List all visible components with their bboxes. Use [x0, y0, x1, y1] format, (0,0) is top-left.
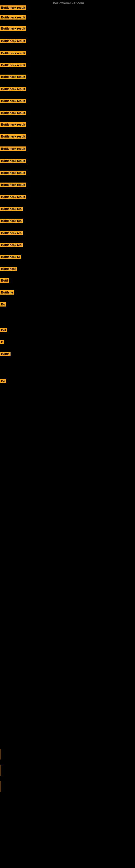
bottleneck-result-badge: Bottleneck result	[0, 134, 26, 138]
vertical-indicator-line	[1, 781, 1, 792]
bottleneck-result-badge: Bottleneck result	[0, 26, 26, 31]
bottleneck-result-badge: Bottleneck result	[0, 183, 26, 187]
bottleneck-result-badge: Bo	[0, 379, 6, 383]
site-title: TheBottlenecker.com	[0, 1, 135, 5]
vertical-indicator-line	[1, 765, 1, 776]
bottleneck-result-badge: Bot	[0, 328, 7, 332]
bottleneck-result-badge: Bottleneck result	[0, 15, 26, 20]
bottleneck-result-badge: Bottle	[0, 352, 10, 356]
bottleneck-result-badge: Bottleneck result	[0, 159, 26, 163]
bottleneck-result-badge: Bottleneck	[0, 267, 17, 271]
bottleneck-result-badge: B	[0, 340, 4, 344]
bottleneck-result-badge: Bottleneck result	[0, 51, 26, 55]
bottleneck-result-badge: Bottl	[0, 278, 9, 283]
vertical-indicator-line	[1, 749, 1, 760]
bottleneck-result-badge: Bottleneck res	[0, 231, 23, 235]
bottleneck-result-badge: Bottleneck res	[0, 219, 23, 223]
bottleneck-result-badge: Bottleneck result	[0, 87, 26, 91]
bottleneck-result-badge: Bottleneck result	[0, 74, 26, 79]
bottleneck-result-badge: Bo	[0, 302, 6, 307]
bottleneck-result-badge: Bottlene	[0, 290, 14, 294]
bottleneck-result-badge: Bottleneck result	[0, 195, 26, 199]
bottleneck-result-badge: Bottleneck result	[0, 111, 26, 115]
bottleneck-result-badge: Bottleneck result	[0, 122, 26, 127]
bottleneck-result-badge: Bottleneck re	[0, 255, 21, 259]
bottleneck-result-badge: Bottleneck result	[0, 39, 26, 43]
bottleneck-result-badge: Bottleneck result	[0, 170, 26, 175]
bottleneck-result-badge: Bottleneck result	[0, 63, 26, 67]
bottleneck-result-badge: Bottleneck res	[0, 243, 23, 247]
bottleneck-result-badge: Bottleneck res	[0, 207, 23, 211]
bottleneck-result-badge: Bottleneck result	[0, 99, 26, 103]
bottleneck-result-badge: Bottleneck result	[0, 5, 26, 10]
bottleneck-result-badge: Bottleneck result	[0, 147, 26, 151]
